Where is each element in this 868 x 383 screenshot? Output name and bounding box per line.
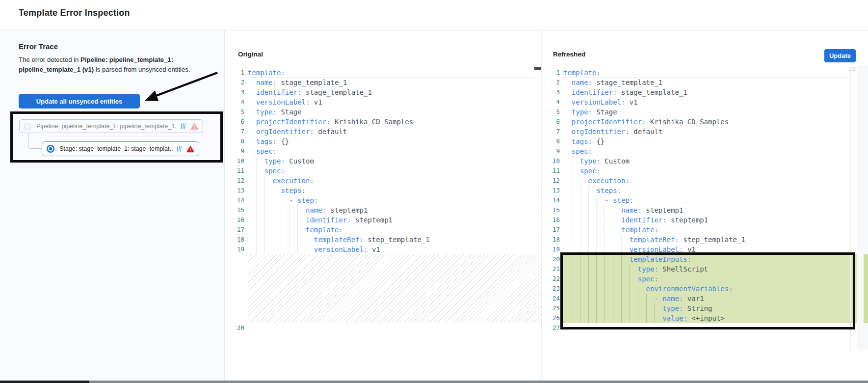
indent-guide [256,176,257,186]
indent-guide [273,205,273,215]
indent-guide [588,313,589,323]
code-text: type: String [563,303,857,313]
code-text: templateInputs: [563,254,857,264]
indent-guide [273,225,273,235]
radio-selected-icon[interactable] [47,145,54,153]
line-number: 14 [539,195,560,205]
indent-guide [281,235,281,245]
line-number: 19 [223,245,244,254]
indent-guide [621,235,622,245]
line-number: 15 [223,205,244,215]
overview-ruler-mark [534,67,541,70]
line-number: 20 [223,323,244,333]
code-text: template: [563,225,857,235]
indent-guide [580,215,580,225]
indent-guide [572,274,572,284]
line-number: 24 [539,294,560,303]
template-library-icon [180,123,186,130]
code-text: spec: [563,146,857,156]
indent-guide [605,245,605,254]
indent-guide [596,225,597,235]
code-line-added: 22spec: [539,274,857,284]
indent-guide [621,254,622,264]
line-number: 11 [223,166,244,176]
indent-guide [273,245,273,254]
code-line: 19versionLabel: v1 [223,245,541,254]
code-line-empty: 27 [539,323,857,333]
indent-guide [596,245,597,254]
code-text: orgIdentifier: default [563,127,857,137]
error-trace-title: Error Trace [19,42,58,51]
line-number: 3 [223,87,244,97]
indent-guide [605,254,605,264]
indent-guide [588,195,589,205]
line-number: 23 [539,284,560,294]
indent-guide [580,235,580,245]
indent-guide [588,225,589,235]
indent-guide [580,205,580,215]
line-number: 27 [539,323,560,333]
code-text: environmentVariables: [563,284,857,294]
line-number: 12 [539,176,560,186]
line-number: 21 [539,264,560,274]
code-line: 17template: [223,225,541,235]
horizontal-scrollbar-thumb[interactable] [0,381,89,383]
line-number: 3 [539,87,560,97]
indent-guide [281,195,281,205]
code-line: 10type: Custom [539,156,857,166]
code-line-added: 20templateInputs: [539,254,857,264]
code-text: tags: {} [248,137,541,146]
indent-guide [256,186,257,195]
radio-unselected-icon[interactable] [24,123,31,130]
code-line: 2name: stage_template_1 [539,78,857,87]
code-text: identifier: stage_template_1 [563,87,857,97]
tree-item-stage[interactable]: Stage: stage_template_1: stage_templat..… [42,141,199,156]
indent-guide [273,186,273,195]
code-text: name: steptemp1 [248,205,541,215]
indent-guide [256,195,257,205]
code-text: versionLabel: v1 [563,97,857,107]
indent-guide [605,294,605,303]
update-button[interactable]: Update [824,49,856,62]
code-text: name: steptemp1 [563,205,857,215]
indent-guide [281,245,281,254]
indent-guide [256,245,257,254]
update-all-unsynced-button[interactable]: Update all unsynced entities [19,94,140,109]
indent-guide [630,303,630,313]
line-number: 22 [539,274,560,284]
line-number: 4 [539,97,560,107]
indent-guide [289,215,289,225]
horizontal-scrollbar-track[interactable] [0,381,868,383]
indent-guide [613,313,613,323]
indent-guide [273,235,273,245]
code-text: - step: [248,195,541,205]
line-number: 8 [539,137,560,146]
line-number: 10 [223,156,244,166]
code-line: 6projectIdentifier: Krishika_CD_Samples [539,117,857,127]
indent-guide [605,264,605,274]
code-text: execution: [248,176,541,186]
indent-guide [613,284,613,294]
indent-guide [281,215,281,225]
refreshed-yaml-editor[interactable]: 1template:2name: stage_template_13identi… [539,68,857,333]
line-number: 14 [223,195,244,205]
line-number: 25 [539,303,560,313]
indent-guide [596,235,597,245]
indent-guide [605,313,605,323]
indent-guide [256,166,257,176]
code-text: spec: [563,274,857,284]
line-number: 19 [539,245,560,254]
original-yaml-editor[interactable]: 1template:2name: stage_template_13identi… [223,68,541,333]
code-line: 18templateRef: step_template_1 [539,235,857,245]
code-line: 16identifier: steptemp1 [539,215,857,225]
indent-guide [630,313,630,323]
indent-guide [596,195,597,205]
tree-item-pipeline[interactable]: Pipeline: pipeline_template_1: pipeline_… [19,119,203,133]
minimap-slider[interactable] [849,67,855,71]
indent-guide [588,294,589,303]
indent-guide [613,274,613,284]
indent-guide [306,235,306,245]
indent-guide [621,294,622,303]
indent-guide [580,294,580,303]
code-line: 15name: steptemp1 [223,205,541,215]
